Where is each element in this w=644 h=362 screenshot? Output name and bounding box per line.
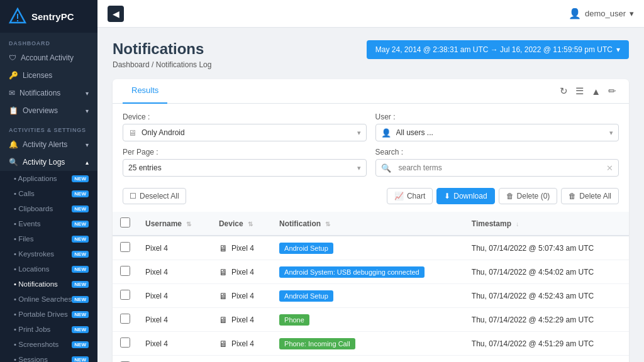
- table-row: Pixel 4 🖥 Pixel 4 Phone: Incoming Call T…: [113, 356, 629, 363]
- row-checkbox[interactable]: [120, 242, 130, 252]
- monitor-icon: 🖥: [123, 128, 142, 138]
- select-arrow-icon: ▾: [604, 129, 618, 137]
- delete-button[interactable]: 🗑 Delete (0): [499, 188, 558, 204]
- chart-button[interactable]: 📈 Chart: [387, 188, 433, 204]
- cell-device: 🖥 Pixel 4: [211, 332, 272, 356]
- col-username: Username ⇅: [138, 212, 211, 236]
- page-title-area: Notifications Dashboard / Notifications …: [113, 40, 211, 69]
- tab-results[interactable]: Results: [123, 79, 167, 104]
- search-input[interactable]: [396, 160, 602, 176]
- sidebar-logo: SentryPC: [0, 0, 97, 33]
- date-range-button[interactable]: May 24, 2014 @ 2:38:31 am UTC → Jul 16, …: [367, 40, 629, 59]
- device-icon: 🖥: [219, 315, 228, 325]
- sidebar-item-portable-drives[interactable]: • Portable DrivesNEW: [0, 307, 97, 322]
- device-filter-label: Device :: [123, 112, 367, 121]
- sidebar-item-calls[interactable]: • CallsNEW: [0, 186, 97, 201]
- sidebar-item-events[interactable]: • EventsNEW: [0, 216, 97, 231]
- search-icon: 🔍: [376, 163, 396, 173]
- trash-all-icon: 🗑: [569, 192, 576, 200]
- actions-right: 📈 Chart ⬇ Download 🗑 Delete (0) 🗑 Delete…: [387, 188, 619, 204]
- topbar-user-menu[interactable]: 👤 demo_user ▾: [569, 8, 634, 19]
- refresh-button[interactable]: ↻: [557, 83, 570, 99]
- device-filter-group: Device : 🖥 Only Android All Devices ▾: [123, 112, 367, 141]
- sidebar-item-notifications-log[interactable]: • NotificationsNEW: [0, 277, 97, 292]
- device-select[interactable]: Only Android All Devices: [142, 124, 352, 141]
- breadcrumb: Dashboard / Notifications Log: [113, 60, 211, 69]
- notification-badge: Phone: Incoming Call: [279, 338, 355, 349]
- row-checkbox[interactable]: [120, 266, 130, 276]
- app-name: SentryPC: [31, 11, 74, 22]
- per-page-select[interactable]: 25 entries 50 entries 100 entries: [123, 160, 352, 176]
- sidebar-toggle-button[interactable]: ◀: [108, 6, 124, 22]
- cell-username: Pixel 4: [138, 236, 211, 260]
- filter-row-2: Per Page : 25 entries 50 entries 100 ent…: [113, 141, 629, 177]
- sidebar-item-account-activity[interactable]: 🛡Account Activity: [0, 49, 97, 67]
- chevron-down-icon: ▾: [616, 45, 620, 54]
- chevron-icon: ▾: [86, 107, 89, 114]
- sidebar-item-files[interactable]: • FilesNEW: [0, 231, 97, 246]
- notification-badge: Android Setup: [279, 243, 333, 254]
- device-icon: 🖥: [219, 339, 228, 349]
- collapse-button[interactable]: ▲: [589, 84, 603, 99]
- deselect-all-button[interactable]: ☐ Deselect All: [123, 188, 186, 204]
- select-arrow-icon: ▾: [352, 164, 366, 172]
- sidebar-item-sessions[interactable]: • SessionsNEW: [0, 352, 97, 362]
- cell-device: 🖥 Pixel 4: [211, 308, 272, 332]
- edit-button[interactable]: ✏: [606, 83, 619, 99]
- sidebar-item-activity-alerts[interactable]: 🔔Activity Alerts ▾: [0, 136, 97, 153]
- select-arrow-icon: ▾: [352, 129, 366, 137]
- row-checkbox[interactable]: [120, 290, 130, 300]
- chevron-icon: ▾: [86, 90, 89, 97]
- sidebar-item-licenses[interactable]: 🔑Licenses: [0, 67, 97, 84]
- cell-device: 🖥 Pixel 4: [211, 236, 272, 260]
- panel-tab-bar: Results ↻ ☰ ▲ ✏: [113, 79, 629, 104]
- filter-row-1: Device : 🖥 Only Android All Devices ▾ Us…: [113, 104, 629, 141]
- table-row: Pixel 4 🖥 Pixel 4 Android Setup Thu, 07/…: [113, 284, 629, 308]
- sidebar-item-applications[interactable]: • ApplicationsNEW: [0, 171, 97, 186]
- clear-search-icon[interactable]: ✕: [601, 163, 618, 173]
- device-filter-wrap: 🖥 Only Android All Devices ▾: [123, 124, 367, 141]
- topbar: ◀ 👤 demo_user ▾: [97, 0, 644, 28]
- sidebar-item-activity-logs[interactable]: 🔍Activity Logs ▴: [0, 153, 97, 171]
- download-button[interactable]: ⬇ Download: [436, 188, 494, 204]
- per-page-wrap: 25 entries 50 entries 100 entries ▾: [123, 159, 367, 177]
- download-icon: ⬇: [444, 192, 450, 200]
- notifications-panel: Results ↻ ☰ ▲ ✏ Device : 🖥 On: [113, 79, 629, 362]
- user-select[interactable]: All users ...: [396, 124, 605, 141]
- search-icon: 🔍: [9, 158, 18, 167]
- device-icon: 🖥: [219, 243, 228, 253]
- cell-username: Pixel 4: [138, 356, 211, 363]
- row-checkbox[interactable]: [120, 314, 130, 324]
- search-wrap: 🔍 ✕: [375, 159, 619, 177]
- sidebar-item-overviews[interactable]: 📋Overviews ▾: [0, 102, 97, 119]
- sidebar-item-clipboards[interactable]: • ClipboardsNEW: [0, 201, 97, 216]
- sidebar-item-screenshots[interactable]: • ScreenshotsNEW: [0, 337, 97, 352]
- sidebar-item-locations[interactable]: • LocationsNEW: [0, 261, 97, 277]
- delete-all-button[interactable]: 🗑 Delete All: [561, 188, 619, 204]
- sidebar-item-keystrokes[interactable]: • KeystrokesNEW: [0, 246, 97, 261]
- person-icon: 👤: [376, 128, 396, 138]
- per-page-filter-group: Per Page : 25 entries 50 entries 100 ent…: [123, 148, 367, 177]
- sentry-logo-icon: [9, 8, 26, 25]
- device-icon: 🖥: [219, 267, 228, 277]
- sidebar-item-online-searches[interactable]: • Online SearchesNEW: [0, 292, 97, 307]
- chart-icon: 📈: [394, 192, 404, 200]
- col-device: Device ⇅: [211, 212, 272, 236]
- search-label: Search :: [375, 148, 619, 156]
- list-view-button[interactable]: ☰: [573, 83, 586, 99]
- cell-username: Pixel 4: [138, 332, 211, 356]
- user-filter-label: User :: [375, 112, 619, 121]
- notification-badge: Phone: [279, 314, 309, 326]
- sidebar-item-print-jobs[interactable]: • Print JobsNEW: [0, 322, 97, 337]
- topbar-chevron-icon: ▾: [630, 9, 634, 18]
- main-wrapper: ◀ 👤 demo_user ▾ Notifications Dashboard …: [97, 0, 644, 362]
- activity-logs-submenu: • ApplicationsNEW • CallsNEW • Clipboard…: [0, 171, 97, 362]
- section-label-activities: Activities & Settings: [0, 119, 97, 136]
- page-header: Notifications Dashboard / Notifications …: [113, 40, 629, 69]
- cell-notification: Phone: Incoming Call: [272, 332, 464, 356]
- cell-username: Pixel 4: [138, 284, 211, 308]
- select-all-checkbox[interactable]: [120, 217, 130, 228]
- row-checkbox[interactable]: [120, 337, 130, 348]
- sidebar-item-notifications[interactable]: ✉Notifications ▾: [0, 84, 97, 102]
- table-row: Pixel 4 🖥 Pixel 4 Android System: USB de…: [113, 260, 629, 284]
